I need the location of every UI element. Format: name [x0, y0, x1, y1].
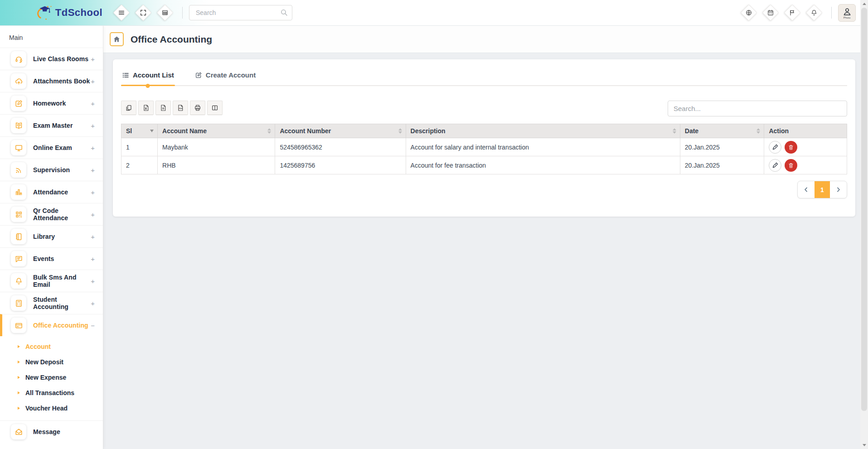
column-header-date[interactable]: Date: [680, 124, 764, 138]
sidebar-item-homework[interactable]: Homework +: [0, 92, 103, 114]
submenu-item-voucher-head[interactable]: Voucher Head: [0, 401, 103, 416]
fullscreen-icon: [140, 9, 147, 16]
submenu-item-all-transactions[interactable]: All Transactions: [0, 385, 103, 401]
home-button[interactable]: [110, 32, 124, 46]
chevron-right-icon: [835, 186, 842, 193]
trash-icon: [788, 162, 794, 169]
sidebar-item-supervision[interactable]: Supervision +: [0, 159, 103, 181]
export-buttons: PDF: [121, 101, 223, 115]
export-excel-button[interactable]: [138, 101, 154, 115]
caret-right-icon: [16, 360, 21, 364]
edit-button[interactable]: [769, 141, 781, 154]
search-icon: [280, 9, 288, 16]
table-search-input[interactable]: [668, 101, 847, 116]
column-visibility-button[interactable]: [207, 101, 223, 115]
sidebar-item-exam-master[interactable]: Exam Master +: [0, 114, 103, 136]
scroll-up-icon[interactable]: [860, 0, 868, 8]
expand-icon[interactable]: +: [91, 299, 95, 307]
column-header-account-name[interactable]: Account Name: [158, 124, 275, 138]
expand-icon[interactable]: +: [91, 233, 95, 241]
column-header-description[interactable]: Description: [406, 124, 680, 138]
scrollbar-thumb[interactable]: [861, 8, 867, 411]
quick-grid-button[interactable]: [156, 4, 174, 22]
expand-icon[interactable]: +: [91, 277, 95, 285]
sidebar-item-label: Exam Master: [33, 122, 73, 129]
expand-icon[interactable]: +: [91, 166, 95, 174]
navbar-divider: [831, 7, 832, 19]
calendar-button[interactable]: [761, 4, 780, 22]
page-title: Office Accounting: [131, 34, 212, 45]
table-row: 1 Maybank 524586965362 Account for salar…: [121, 138, 847, 156]
sidebar-item-events[interactable]: Events +: [0, 247, 103, 270]
sidebar-item-online-exam[interactable]: Online Exam +: [0, 136, 103, 159]
top-navbar: TdSchool Photo: [0, 0, 860, 26]
sort-desc-icon: [150, 130, 154, 132]
edit-button[interactable]: [769, 159, 781, 172]
sidebar-item-label: Homework: [33, 100, 66, 107]
sidebar-item-live-class-rooms[interactable]: Live Class Rooms +: [0, 48, 103, 70]
notifications-button[interactable]: [805, 4, 823, 22]
export-csv-button[interactable]: [155, 101, 171, 115]
scroll-down-icon[interactable]: [860, 441, 868, 449]
delete-button[interactable]: [785, 141, 797, 154]
user-avatar[interactable]: Photo: [838, 4, 856, 22]
sidebar-item-label: Student Accounting: [33, 296, 91, 310]
page-header: Office Accounting: [103, 26, 860, 53]
vertical-scrollbar[interactable]: [860, 0, 868, 449]
calculator-icon: [11, 295, 26, 311]
submenu-item-account[interactable]: Account: [0, 339, 103, 354]
copy-button[interactable]: [121, 101, 136, 115]
submenu-item-new-expense[interactable]: New Expense: [0, 370, 103, 385]
expand-icon[interactable]: +: [91, 255, 95, 263]
cell-date: 20.Jan.2025: [680, 156, 764, 174]
account-card: Account List Create Account PDF: [113, 59, 855, 217]
column-header-account-number[interactable]: Account Number: [275, 124, 406, 138]
expand-icon[interactable]: +: [91, 122, 95, 130]
expand-icon[interactable]: +: [91, 188, 95, 196]
cell-account-name: RHB: [158, 156, 275, 174]
print-icon: [194, 104, 201, 111]
tab-account-list[interactable]: Account List: [121, 68, 175, 85]
globe-icon: [745, 9, 752, 16]
expand-icon[interactable]: +: [91, 55, 95, 63]
sidebar-item-office-accounting[interactable]: Office Accounting −: [0, 314, 103, 336]
column-header-sl[interactable]: Sl: [121, 124, 158, 138]
language-button[interactable]: [740, 4, 758, 22]
sidebar-item-label: Office Accounting: [33, 322, 88, 329]
sidebar-item-student-accounting[interactable]: Student Accounting +: [0, 292, 103, 314]
submenu-item-new-deposit[interactable]: New Deposit: [0, 354, 103, 370]
caret-right-icon: [16, 406, 21, 410]
sidebar-item-attachments-book[interactable]: Attachments Book +: [0, 70, 103, 92]
pagination-prev-button[interactable]: [798, 181, 815, 198]
report-flag-button[interactable]: [783, 4, 801, 22]
export-pdf-button[interactable]: PDF: [173, 101, 188, 115]
collapse-icon[interactable]: −: [91, 322, 95, 329]
sort-icon: [673, 128, 676, 134]
tab-create-account[interactable]: Create Account: [194, 68, 257, 85]
sidebar-item-message[interactable]: Message: [0, 420, 103, 443]
navbar-search-input[interactable]: [189, 5, 292, 20]
pagination-next-button[interactable]: [830, 181, 847, 198]
cell-account-name: Maybank: [158, 138, 275, 156]
pen-icon: [772, 144, 778, 150]
expand-icon[interactable]: +: [91, 77, 95, 85]
flag-icon: [789, 9, 796, 16]
expand-icon[interactable]: +: [91, 144, 95, 152]
pagination-page-1[interactable]: 1: [815, 181, 830, 198]
expand-icon[interactable]: +: [91, 100, 95, 107]
delete-button[interactable]: [785, 159, 797, 172]
sidebar-section-label: Main: [0, 26, 103, 48]
fullscreen-button[interactable]: [134, 4, 152, 22]
submenu-item-label: Voucher Head: [25, 405, 68, 412]
sidebar-item-bulk-sms-and-email[interactable]: Bulk Sms And Email +: [0, 270, 103, 292]
expand-icon[interactable]: +: [91, 211, 95, 218]
sidebar-item-attendance[interactable]: Attendance +: [0, 181, 103, 203]
sidebar-toggle-button[interactable]: [112, 4, 131, 22]
navbar-left-actions: [111, 4, 176, 22]
sidebar-item-library[interactable]: Library +: [0, 225, 103, 247]
brand-logo[interactable]: TdSchool: [34, 5, 102, 21]
print-button[interactable]: [190, 101, 205, 115]
cell-account-number: 524586965362: [275, 138, 406, 156]
chat-bubble-icon: [11, 251, 26, 266]
sidebar-item-qr-code-attendance[interactable]: Qr Code Attendance +: [0, 203, 103, 225]
